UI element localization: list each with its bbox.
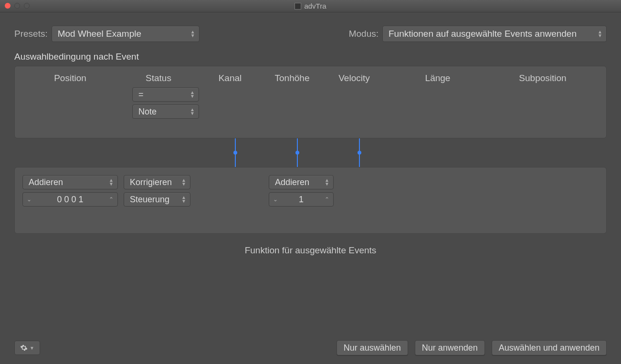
header-status: Status	[118, 73, 199, 83]
chevron-up-down-icon: ▲▼	[109, 178, 114, 186]
op2-select[interactable]: Korrigieren ▲▼	[124, 175, 190, 189]
op1-select[interactable]: Addieren ▲▼	[22, 175, 118, 189]
top-row: Presets: Mod Wheel Example ▲▼ Modus: Fun…	[0, 12, 621, 52]
minimize-icon[interactable]	[14, 3, 20, 9]
op3-number: 1	[282, 195, 321, 205]
operations-section-label: Funktion für ausgewählte Events	[0, 245, 621, 256]
connector-dot	[358, 151, 361, 155]
condition-headers: Position Status Kanal Tonhöhe Velocity L…	[22, 73, 599, 83]
decrement-icon[interactable]: ⌄	[23, 196, 35, 203]
increment-icon[interactable]: ⌃	[321, 196, 333, 203]
chevron-up-down-icon: ▲▼	[190, 91, 195, 98]
connector-dot	[233, 151, 237, 155]
presets-value: Mod Wheel Example	[58, 29, 141, 39]
window-controls	[5, 3, 30, 9]
op3-value-field[interactable]: ⌄ 1 ⌃	[269, 192, 334, 207]
presets-select[interactable]: Mod Wheel Example ▲▼	[52, 26, 200, 42]
op1-value: Addieren	[29, 177, 63, 187]
window-title: advTra	[295, 2, 326, 10]
gear-icon	[20, 344, 28, 352]
select-only-button[interactable]: Nur auswählen	[337, 340, 408, 355]
app-icon	[295, 3, 301, 10]
presets-label: Presets:	[14, 29, 48, 39]
chevron-up-down-icon: ▲▼	[181, 196, 186, 203]
connectors	[14, 138, 607, 167]
decrement-icon[interactable]: ⌄	[269, 196, 282, 203]
chevron-up-down-icon: ▲▼	[181, 178, 186, 186]
op3-select[interactable]: Addieren ▲▼	[269, 175, 334, 189]
header-subposition: Subposition	[490, 73, 595, 83]
header-tonhoehe: Tonhöhe	[261, 73, 323, 83]
header-velocity: Velocity	[323, 73, 385, 83]
settings-menu-button[interactable]: ▼	[14, 341, 40, 355]
close-icon[interactable]	[5, 3, 11, 9]
chevron-down-icon: ▼	[30, 345, 34, 351]
op1-value-field[interactable]: ⌄ 0 0 0 1 ⌃	[22, 192, 118, 207]
status-type-value: Note	[138, 107, 157, 117]
chevron-up-down-icon: ▲▼	[190, 30, 195, 38]
zoom-icon[interactable]	[24, 3, 30, 9]
modus-value: Funktionen auf ausgewählte Events anwend…	[389, 29, 577, 39]
op2-value: Korrigieren	[130, 177, 172, 187]
op3-value: Addieren	[275, 177, 309, 187]
footer: ▼ Nur auswählen Nur anwenden Auswählen u…	[0, 340, 621, 355]
status-operator-select[interactable]: = ▲▼	[132, 87, 199, 102]
status-operator-value: =	[138, 90, 144, 100]
header-position: Position	[22, 73, 118, 83]
op2-value-text: Steuerung	[130, 195, 169, 205]
connector-velocity[interactable]	[359, 138, 360, 167]
condition-panel: Position Status Kanal Tonhöhe Velocity L…	[14, 66, 607, 138]
connector-kanal[interactable]	[235, 138, 236, 167]
connector-dot	[295, 151, 299, 155]
chevron-up-down-icon: ▲▼	[325, 178, 329, 186]
modus-label: Modus:	[349, 29, 379, 39]
chevron-up-down-icon: ▲▼	[190, 108, 195, 115]
chevron-up-down-icon: ▲▼	[598, 30, 602, 38]
header-laenge: Länge	[385, 73, 490, 83]
increment-icon[interactable]: ⌃	[105, 196, 117, 203]
titlebar: advTra	[0, 0, 621, 12]
connector-tonhoehe[interactable]	[297, 138, 298, 167]
apply-only-button[interactable]: Nur anwenden	[415, 340, 485, 355]
window-title-text: advTra	[304, 2, 326, 10]
header-kanal: Kanal	[199, 73, 261, 83]
op2-value-select[interactable]: Steuerung ▲▼	[124, 192, 190, 207]
op1-number: 0 0 0 1	[35, 195, 105, 205]
select-and-apply-button[interactable]: Auswählen und anwenden	[492, 340, 607, 355]
condition-section-label: Auswahlbedingung nach Event	[0, 52, 621, 62]
operations-panel: Addieren ▲▼ ⌄ 0 0 0 1 ⌃ Korrigieren ▲▼ S…	[14, 167, 607, 234]
status-type-select[interactable]: Note ▲▼	[132, 104, 199, 119]
modus-select[interactable]: Funktionen auf ausgewählte Events anwend…	[382, 26, 607, 42]
